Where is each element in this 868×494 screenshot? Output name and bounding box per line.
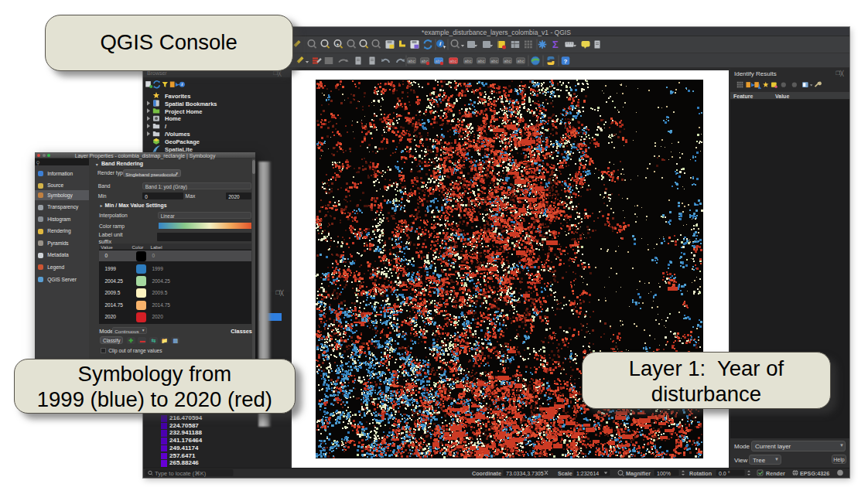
- svg-text:Spatial Bookmarks: Spatial Bookmarks: [165, 101, 217, 107]
- svg-text:abc: abc: [450, 59, 457, 63]
- svg-text:GeoPackage: GeoPackage: [165, 138, 200, 145]
- svg-text:abc: abc: [491, 59, 498, 63]
- svg-text:abc: abc: [518, 59, 525, 63]
- svg-text:abc: abc: [465, 59, 472, 63]
- svg-text:Magnifier: Magnifier: [626, 470, 651, 477]
- svg-text:Type to locate (⌘K): Type to locate (⌘K): [155, 470, 207, 477]
- svg-text:EPSG:4326: EPSG:4326: [800, 470, 829, 477]
- svg-text:Scale: Scale: [558, 470, 572, 477]
- svg-text:0.0 °: 0.0 °: [719, 471, 730, 476]
- svg-text:Σ: Σ: [552, 39, 559, 50]
- svg-text:Project Home: Project Home: [165, 108, 202, 115]
- svg-text:100%: 100%: [657, 471, 671, 476]
- svg-text:73.0334,3.7305: 73.0334,3.7305: [506, 471, 544, 476]
- svg-text:Rotation: Rotation: [689, 470, 712, 477]
- svg-text:abc: abc: [478, 59, 485, 63]
- svg-text:abc: abc: [504, 59, 511, 63]
- svg-text:1:232614: 1:232614: [576, 471, 599, 476]
- svg-text:abc: abc: [408, 59, 415, 63]
- svg-text:?: ?: [564, 58, 568, 65]
- svg-text:Coordinate: Coordinate: [472, 470, 501, 477]
- svg-text:Render: Render: [766, 470, 785, 477]
- svg-text:Home: Home: [165, 115, 181, 122]
- svg-text:Favorites: Favorites: [165, 93, 190, 100]
- svg-text:/Volumes: /Volumes: [165, 131, 190, 138]
- svg-text:/: /: [165, 123, 167, 130]
- svg-text:+: +: [337, 42, 340, 46]
